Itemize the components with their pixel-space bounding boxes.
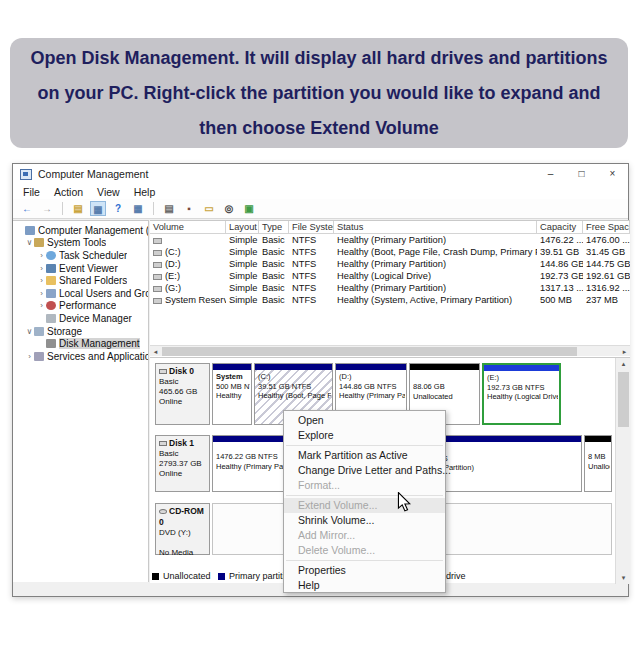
col-free-space[interactable]: Free Space xyxy=(583,221,630,234)
users-icon xyxy=(46,289,56,298)
tree-item-storage[interactable]: ∨ Storage xyxy=(13,325,148,338)
disk0-header[interactable]: Disk 0 Basic 465.66 GB Online xyxy=(155,363,210,425)
table-row[interactable]: (G:) Simple Basic NTFS Healthy (Primary … xyxy=(150,282,630,294)
volume-icon xyxy=(153,286,162,292)
cdrom-icon xyxy=(159,509,167,514)
menu-item-extend-volume: Extend Volume... xyxy=(284,498,445,513)
legend-swatch-unallocated xyxy=(152,573,159,580)
disk-icon xyxy=(159,369,167,374)
properties-pane-icon[interactable]: ▦ xyxy=(90,201,106,216)
menu-item-help[interactable]: Help xyxy=(284,578,445,593)
performance-icon xyxy=(46,301,56,310)
col-volume[interactable]: Volume xyxy=(150,221,226,234)
device-manager-icon xyxy=(46,314,56,323)
partition-system-reserved[interactable]: System 500 MB NTFS Healthy xyxy=(212,363,252,425)
menu-item-mark-partition-active[interactable]: Mark Partition as Active xyxy=(284,448,445,463)
window-title: Computer Management xyxy=(38,168,148,180)
menu-item-open[interactable]: Open xyxy=(284,413,445,428)
partition-color-bar xyxy=(585,436,611,442)
volume-table: Volume Layout Type File System Status Ca… xyxy=(150,221,630,306)
menu-item-explore[interactable]: Explore xyxy=(284,428,445,443)
show-console-tree-icon[interactable]: ▤ xyxy=(70,201,86,216)
back-icon[interactable]: ← xyxy=(19,201,35,216)
storage-icon xyxy=(34,327,44,336)
table-row[interactable]: Simple Basic NTFS Healthy (Primary Parti… xyxy=(150,234,630,246)
scroll-left-icon[interactable]: ◂ xyxy=(150,346,161,357)
tree-item-performance[interactable]: › Performance xyxy=(13,300,148,313)
disk1-header[interactable]: Disk 1 Basic 2793.37 GB Online xyxy=(155,435,210,492)
scroll-right-icon[interactable]: ▸ xyxy=(619,346,630,357)
system-tools-icon xyxy=(34,238,44,247)
volume-icon xyxy=(153,250,162,256)
scroll-up-icon[interactable]: ▴ xyxy=(616,358,631,370)
table-row[interactable]: (E:) Simple Basic NTFS Healthy (Logical … xyxy=(150,270,630,282)
table-row[interactable]: (D:) Simple Basic NTFS Healthy (Primary … xyxy=(150,258,630,270)
instruction-banner: Open Disk Management. It will display al… xyxy=(10,38,628,148)
tree-item-local-users-and-groups[interactable]: › Local Users and Groups xyxy=(13,287,148,300)
col-file-system[interactable]: File System xyxy=(289,221,334,234)
menu-separator xyxy=(286,445,443,446)
volume-icon xyxy=(153,298,162,304)
table-row[interactable]: (C:) Simple Basic NTFS Healthy (Boot, Pa… xyxy=(150,246,630,258)
horizontal-scrollbar[interactable]: ◂ ▸ xyxy=(150,345,630,356)
computer-icon xyxy=(25,226,35,235)
tree-item-task-scheduler[interactable]: › Task Scheduler xyxy=(13,249,148,262)
vertical-scrollbar[interactable]: ▴ ▾ xyxy=(615,358,630,584)
menu-item-properties[interactable]: Properties xyxy=(284,563,445,578)
partition-color-bar xyxy=(336,364,406,370)
tree-item-shared-folders[interactable]: › Shared Folders xyxy=(13,274,148,287)
help-icon[interactable]: ? xyxy=(110,201,126,216)
task-scheduler-icon xyxy=(46,251,56,260)
legend-unallocated: Unallocated xyxy=(152,571,211,581)
partition-color-bar xyxy=(213,364,251,370)
scroll-down-icon[interactable]: ▾ xyxy=(616,572,631,584)
tree-item-computer-management[interactable]: Computer Management (Local xyxy=(13,224,148,237)
menu-item-shrink-volume[interactable]: Shrink Volume... xyxy=(284,513,445,528)
legend-swatch-primary xyxy=(218,573,225,580)
menu-help[interactable]: Help xyxy=(134,186,156,198)
col-type[interactable]: Type xyxy=(259,221,289,234)
console-tree: Computer Management (Local ∨ System Tool… xyxy=(13,220,149,582)
unallocated-disk1[interactable]: 8 MB Unallocated xyxy=(584,435,612,492)
toolbar-separator xyxy=(62,202,63,215)
export-list-icon[interactable]: ▤ xyxy=(161,201,177,216)
tree-item-disk-management[interactable]: Disk Management xyxy=(13,337,148,350)
minimize-button[interactable]: – xyxy=(535,164,566,184)
properties-icon[interactable]: ▪ xyxy=(181,201,197,216)
volume-table-header: Volume Layout Type File System Status Ca… xyxy=(150,221,630,234)
menu-item-change-drive-letter[interactable]: Change Drive Letter and Paths... xyxy=(284,463,445,478)
find-icon[interactable]: ◎ xyxy=(221,201,237,216)
cdrom-header[interactable]: CD-ROM 0 DVD (Y:) No Media xyxy=(155,503,210,555)
volume-icon xyxy=(153,238,162,244)
menu-separator xyxy=(286,495,443,496)
table-row[interactable]: System Reserved Simple Basic NTFS Health… xyxy=(150,294,630,306)
volume-icon xyxy=(153,274,162,280)
partition-color-bar xyxy=(484,365,559,371)
col-capacity[interactable]: Capacity xyxy=(537,221,583,234)
tree-item-device-manager[interactable]: Device Manager xyxy=(13,312,148,325)
menu-item-format: Format... xyxy=(284,478,445,493)
tree-item-system-tools[interactable]: ∨ System Tools xyxy=(13,237,148,250)
action-pane-icon[interactable]: ▦ xyxy=(130,201,146,216)
refresh-icon[interactable]: ▣ xyxy=(241,201,257,216)
partition-e-logical[interactable]: (E:) 192.73 GB NTFS Healthy (Logical Dri… xyxy=(482,363,561,425)
scrollbar-thumb[interactable] xyxy=(618,372,629,427)
menu-file[interactable]: File xyxy=(23,186,40,198)
tree-item-services-and-applications[interactable]: › Services and Applications xyxy=(13,350,148,363)
menu-view[interactable]: View xyxy=(97,186,120,198)
tree-item-event-viewer[interactable]: › Event Viewer xyxy=(13,262,148,275)
col-layout[interactable]: Layout xyxy=(226,221,259,234)
instruction-text: Open Disk Management. It will display al… xyxy=(28,41,610,146)
event-viewer-icon xyxy=(46,264,56,273)
disk-management-icon xyxy=(46,339,56,348)
menu-item-delete-volume: Delete Volume... xyxy=(284,543,445,558)
close-button[interactable]: × xyxy=(597,164,628,184)
forward-icon[interactable]: → xyxy=(39,201,55,216)
menu-bar: File Action View Help xyxy=(13,184,628,199)
scrollbar-thumb[interactable] xyxy=(162,347,577,356)
open-folder-icon[interactable]: ▭ xyxy=(201,201,217,216)
menu-action[interactable]: Action xyxy=(54,186,83,198)
app-icon xyxy=(20,169,32,180)
col-status[interactable]: Status xyxy=(334,221,537,234)
maximize-button[interactable]: □ xyxy=(566,164,597,184)
